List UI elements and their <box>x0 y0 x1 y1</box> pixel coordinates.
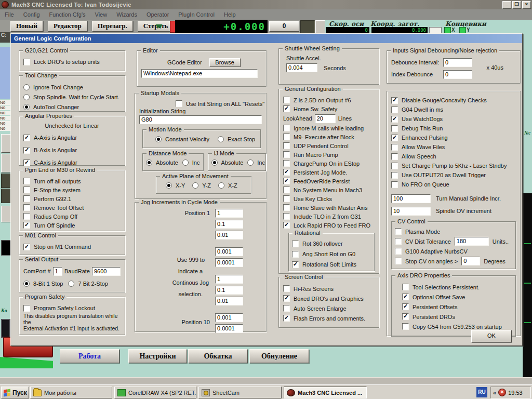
menu-item[interactable]: Help <box>219 11 241 18</box>
radio-row[interactable]: Inc <box>182 159 200 166</box>
checkbox-row[interactable]: Radius Comp Off <box>23 212 121 221</box>
radio-row[interactable]: 8-Bit 1 Stop <box>23 278 63 288</box>
checkbox[interactable] <box>23 195 30 202</box>
checkbox-row[interactable]: Plasma Mode <box>395 227 512 236</box>
checkbox[interactable] <box>23 159 30 166</box>
gcode-editor-path-input[interactable]: \Windows\Notepad.exe <box>141 69 258 78</box>
checkbox-row[interactable]: Use OUTPUT20 as Dwell Trigger <box>391 170 516 180</box>
checkbox[interactable] <box>391 172 398 179</box>
jog-increment-input[interactable]: 0.1 <box>215 286 243 295</box>
radio-button[interactable] <box>155 136 162 142</box>
checkbox-row[interactable]: Debug This Run <box>391 124 516 133</box>
radio-button[interactable] <box>68 281 74 287</box>
radio-button[interactable] <box>146 159 152 166</box>
radio-button[interactable] <box>247 159 254 166</box>
menu-item[interactable]: File <box>0 11 19 18</box>
radio-button[interactable] <box>211 159 218 166</box>
checkbox-row[interactable]: M9- Execute after Block <box>283 132 375 141</box>
screen-tab[interactable]: Работа <box>60 349 119 363</box>
radio-button[interactable] <box>23 281 30 287</box>
checkbox[interactable] <box>391 135 398 141</box>
checkbox[interactable] <box>283 305 290 312</box>
ok-button[interactable]: OK <box>471 330 512 342</box>
checkbox[interactable] <box>391 107 398 113</box>
checkbox-row[interactable]: Use WatchDogs <box>391 114 516 124</box>
checkbox[interactable] <box>23 222 30 229</box>
checkbox-row[interactable]: Optional Offset Save <box>402 292 511 302</box>
radio-button[interactable] <box>218 182 224 189</box>
checkbox-row[interactable]: Lock DRO's to setup units <box>23 57 121 66</box>
init-string-input[interactable]: G80 <box>139 115 262 124</box>
checkbox-row[interactable]: UDP Pendent Control <box>283 141 375 150</box>
checkbox-row[interactable]: Use Key Clicks <box>283 194 375 203</box>
taskbar-button[interactable]: Мои работы <box>30 387 112 398</box>
taskbar-button[interactable]: SheetCam <box>198 387 282 398</box>
checkbox-row[interactable]: Set Charge Pump to 5Khz - Laser Stndby <box>391 161 516 170</box>
checkbox-row[interactable]: G100 Adaptive NurbsCV <box>395 247 512 256</box>
security-shield-icon[interactable]: ✕ <box>498 389 506 396</box>
jog-increment-input[interactable]: 0.1 <box>215 220 243 229</box>
checkbox-row[interactable]: Remove Tool Offset <box>23 203 121 212</box>
checkbox-row[interactable]: Perform G92.1 <box>23 194 121 203</box>
checkbox[interactable] <box>283 204 290 211</box>
checkbox-row[interactable]: Turn off all outputs <box>23 177 121 185</box>
checkbox[interactable] <box>283 142 290 149</box>
radio-row[interactable]: Exact Stop <box>218 135 255 143</box>
checkbox-row[interactable]: FeedOverRide Persist <box>283 177 375 185</box>
checkbox-row[interactable]: Ang Short Rot on G0 <box>292 249 371 259</box>
checkbox-row[interactable]: Z is 2.5D on Output #6 <box>283 96 375 104</box>
side-button[interactable] <box>1 134 11 153</box>
radio-row[interactable]: Y-Z <box>192 182 211 189</box>
init-string-checkbox-row[interactable]: Use Init String on ALL "Resets" <box>139 100 262 108</box>
toolbar-button[interactable]: Перезагр. <box>92 21 133 32</box>
checkbox[interactable] <box>23 59 30 65</box>
browse-button[interactable]: Browse <box>209 58 241 67</box>
comport-input[interactable]: 1 <box>53 267 62 276</box>
checkbox[interactable] <box>402 303 409 310</box>
checkbox[interactable] <box>391 153 398 160</box>
checkbox-row[interactable]: Enhanced Pulsing <box>391 133 516 142</box>
checkbox[interactable] <box>283 222 290 229</box>
checkbox[interactable] <box>23 147 30 154</box>
checkbox-row[interactable]: CV Dist Tolerance 180 Units.. <box>395 236 512 247</box>
checkbox[interactable] <box>292 241 299 247</box>
menu-item[interactable]: Operator <box>142 11 174 18</box>
checkbox[interactable] <box>395 258 402 264</box>
menu-item[interactable]: Config <box>19 11 45 18</box>
checkbox-row[interactable]: Rotational Soft Limits <box>292 259 371 270</box>
baudrate-input[interactable]: 9600 <box>92 267 121 276</box>
menu-item[interactable]: Function Cfg's <box>45 11 90 18</box>
cv-dist-tolerance-input[interactable]: 180 <box>455 237 489 246</box>
checkbox-row[interactable]: Stop on M1 Command <box>23 242 121 251</box>
checkbox[interactable] <box>283 160 290 167</box>
checkbox-row[interactable]: ChargePump On in EStop <box>283 159 375 168</box>
radio-button[interactable] <box>23 104 30 110</box>
checkbox[interactable] <box>395 228 402 235</box>
checkbox[interactable] <box>283 195 290 202</box>
checkbox[interactable] <box>23 305 30 312</box>
checkbox-row[interactable]: Allow Wave Files <box>391 142 516 152</box>
checkbox[interactable] <box>395 248 402 255</box>
checkbox-row[interactable]: Disable Gouge/Concavity Checks <box>391 96 516 105</box>
checkbox[interactable] <box>283 169 290 176</box>
shuttle-accel-input[interactable]: 0.004 <box>286 63 317 72</box>
radio-row[interactable]: Absolute <box>211 159 244 166</box>
checkbox[interactable] <box>283 187 290 193</box>
checkbox[interactable] <box>23 178 30 184</box>
radio-button[interactable] <box>218 136 224 142</box>
jog-increment-input[interactable]: 0.001 <box>215 313 243 322</box>
checkbox[interactable] <box>402 294 409 300</box>
checkbox[interactable] <box>391 125 398 132</box>
checkbox[interactable] <box>176 100 182 107</box>
checkbox-row[interactable]: E-Stop the system <box>23 185 121 194</box>
tray-chevron-icon[interactable]: « <box>493 390 496 396</box>
toolbar-button[interactable]: Редактор <box>48 21 87 32</box>
checkbox-row[interactable]: No FRO on Queue <box>391 180 516 189</box>
checkbox-row[interactable]: Program Safety Lockout <box>23 303 121 313</box>
checkbox-row[interactable]: G04 Dwell in ms <box>391 105 516 114</box>
checkbox-row[interactable]: B-Axis is Angular <box>23 144 121 156</box>
checkbox-row[interactable]: Ignore M calls while loading <box>283 124 375 132</box>
radio-button[interactable] <box>166 182 172 189</box>
jog-increment-input[interactable]: 0.01 <box>215 231 243 240</box>
radio-row[interactable]: 7 Bit 2-Stop <box>68 278 108 288</box>
